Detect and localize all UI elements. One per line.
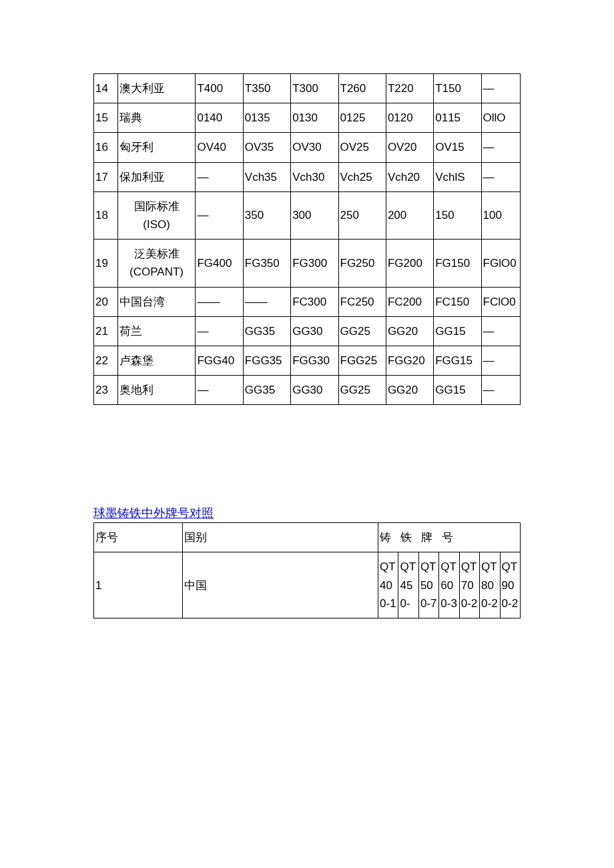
cell-grade: GG30 (291, 316, 338, 346)
cell-grade: T260 (338, 74, 386, 103)
cell-grade: Vch30 (291, 162, 338, 191)
cell-grade: GG35 (243, 376, 290, 405)
cell-country: 国际标准(ISO) (117, 191, 196, 239)
cell-grade: 0140 (196, 103, 243, 133)
cell-grade: FGG25 (338, 346, 386, 375)
cell-grade: GG15 (434, 316, 481, 346)
cell-grade: FC300 (291, 287, 338, 316)
cell-grade: T350 (243, 74, 290, 103)
cell-grade: FGG30 (291, 346, 338, 375)
cell-grade: — (481, 376, 520, 405)
cell-grade: QT700-2 (459, 552, 479, 618)
cell-country: 澳大利亚 (117, 74, 196, 103)
cell-country: 中国 (183, 552, 378, 618)
table-row: 16匈牙利OV40OV35OV30OV25OV20OV15— (94, 133, 521, 162)
cell-grade: FClO0 (481, 287, 520, 316)
cell-grade: FC150 (434, 287, 481, 316)
cell-grade: — (481, 133, 520, 162)
table-row: 15瑞典014001350130012501200115OllO (94, 103, 521, 133)
cell-grade: QT900-2 (500, 552, 520, 618)
cell-no: 14 (94, 74, 118, 103)
cell-grade: 200 (386, 191, 433, 239)
table-row: 21荷兰—GG35GG30GG25GG20GG15— (94, 316, 521, 346)
cell-grade: FGG35 (243, 346, 290, 375)
table-row: 20中国台湾————FC300FC250FC200FC150FClO0 (94, 287, 521, 316)
ductile-iron-table: 序号 国别 铸铁牌号 1 中国 QT400-1 QT450- QT500-7 Q… (93, 522, 521, 618)
cell-no: 18 (94, 191, 118, 239)
cell-grade: FG300 (291, 240, 338, 287)
cell-grade: QT400-1 (378, 552, 398, 618)
cell-grade: — (196, 376, 243, 405)
table-row: 18国际标准(ISO)—350300250200150100 (94, 191, 521, 239)
cell-grade: FGG15 (434, 346, 481, 375)
cell-grade: GG20 (386, 376, 433, 405)
cell-grade: T220 (386, 74, 433, 103)
cell-grade: FG400 (196, 240, 243, 287)
cell-grade: OllO (481, 103, 520, 133)
cell-country: 中国台湾 (117, 287, 196, 316)
cell-country: 奥地利 (117, 376, 196, 405)
cell-grade: 0120 (386, 103, 433, 133)
cell-grade: — (481, 346, 520, 375)
table-row: 23奥地利—GG35GG30GG25GG20GG15— (94, 376, 521, 405)
section-title-ductile-iron: 球墨铸铁中外牌号对照 (93, 505, 521, 521)
cell-grade: GG15 (434, 376, 481, 405)
cell-grade: OV35 (243, 133, 290, 162)
cell-grade: — (196, 316, 243, 346)
cell-grade: FG350 (243, 240, 290, 287)
cell-grade: QT450- (398, 552, 418, 618)
cell-grade: 300 (291, 191, 338, 239)
cell-grade: 0125 (338, 103, 386, 133)
cell-grade: —— (196, 287, 243, 316)
header-seq: 序号 (94, 523, 183, 552)
table-header-row: 序号 国别 铸铁牌号 (94, 523, 521, 552)
cell-no: 16 (94, 133, 118, 162)
table-row: 19泛美标准(COPANT)FG400FG350FG300FG250FG200F… (94, 240, 521, 287)
cell-grade: FG150 (434, 240, 481, 287)
cell-grade: QT500-7 (418, 552, 438, 618)
cell-grade: T400 (196, 74, 243, 103)
cell-country: 卢森堡 (117, 346, 196, 375)
header-country: 国别 (183, 523, 378, 552)
cell-grade: OV20 (386, 133, 433, 162)
cell-country: 瑞典 (117, 103, 196, 133)
cell-country: 匈牙利 (117, 133, 196, 162)
table-row: 1 中国 QT400-1 QT450- QT500-7 QT600-3 QT70… (94, 552, 521, 618)
cell-grade: QT600-3 (439, 552, 459, 618)
cell-no: 20 (94, 287, 118, 316)
cell-grade: FGG40 (196, 346, 243, 375)
cell-grade: OV15 (434, 133, 481, 162)
cell-grade: QT800-2 (480, 552, 500, 618)
cell-no: 22 (94, 346, 118, 375)
cell-grade: GG25 (338, 316, 386, 346)
table-row: 17保加利亚—Vch35Vch30Vch25Vch20VchlS— (94, 162, 521, 191)
cell-grade: 0130 (291, 103, 338, 133)
cell-grade: T300 (291, 74, 338, 103)
cell-no: 17 (94, 162, 118, 191)
cell-grade: —— (243, 287, 290, 316)
cell-grade: — (196, 191, 243, 239)
cell-grade: T150 (434, 74, 481, 103)
grey-iron-table: 14澳大利亚T400T350T300T260T220T150—15瑞典01400… (93, 73, 521, 405)
cell-country: 泛美标准(COPANT) (117, 240, 196, 287)
header-grades: 铸铁牌号 (378, 523, 521, 552)
cell-grade: 100 (481, 191, 520, 239)
cell-grade: 150 (434, 191, 481, 239)
cell-grade: 250 (338, 191, 386, 239)
cell-grade: Vch20 (386, 162, 433, 191)
cell-grade: Vch35 (243, 162, 290, 191)
cell-grade: 0135 (243, 103, 290, 133)
cell-grade: FG200 (386, 240, 433, 287)
cell-grade: FG250 (338, 240, 386, 287)
cell-grade: FGG20 (386, 346, 433, 375)
table-row: 14澳大利亚T400T350T300T260T220T150— (94, 74, 521, 103)
cell-no: 15 (94, 103, 118, 133)
cell-no: 21 (94, 316, 118, 346)
cell-grade: Vch25 (338, 162, 386, 191)
table-row: 22卢森堡FGG40FGG35FGG30FGG25FGG20FGG15— (94, 346, 521, 375)
cell-grade: — (481, 74, 520, 103)
cell-grade: OV30 (291, 133, 338, 162)
cell-grade: GG35 (243, 316, 290, 346)
cell-grade: 350 (243, 191, 290, 239)
cell-no: 23 (94, 376, 118, 405)
